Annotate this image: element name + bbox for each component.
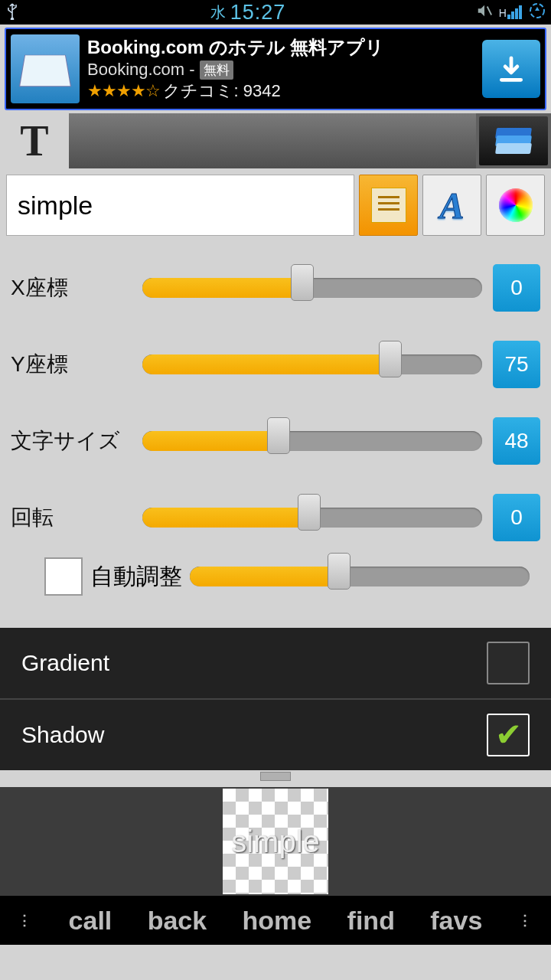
text-tool-button[interactable]: T bbox=[0, 113, 69, 168]
slider-row-rotate: 回転 0 bbox=[11, 479, 540, 556]
shadow-row[interactable]: Shadow ✔ bbox=[0, 700, 551, 770]
slider-label-y: Y座標 bbox=[11, 350, 132, 379]
slider-label-size: 文字サイズ bbox=[11, 426, 132, 456]
shadow-label: Shadow bbox=[21, 722, 104, 748]
nav-home[interactable]: home bbox=[243, 906, 312, 936]
layers-icon bbox=[496, 128, 531, 154]
slider-value-rotate[interactable]: 0 bbox=[493, 494, 540, 541]
slider-label-auto: 自動調整 bbox=[90, 561, 182, 593]
gradient-checkbox[interactable] bbox=[487, 642, 530, 684]
slider-size[interactable] bbox=[142, 426, 482, 456]
slider-value-y[interactable]: 75 bbox=[493, 341, 540, 388]
color-button[interactable] bbox=[486, 175, 545, 236]
check-icon: ✔ bbox=[495, 719, 522, 751]
status-day-of-week: 水 bbox=[210, 2, 226, 23]
nav-favs[interactable]: favs bbox=[430, 906, 482, 936]
ad-banner[interactable]: Booking.com のホテル 無料アプリ Booking.com - 無料 … bbox=[5, 28, 546, 110]
drag-handle[interactable] bbox=[0, 770, 551, 787]
nav-back[interactable]: back bbox=[148, 906, 207, 936]
ad-thumbnail bbox=[11, 34, 80, 103]
nav-more-right[interactable]: ⋮ bbox=[518, 912, 533, 929]
preview-strip: simple bbox=[0, 787, 551, 896]
status-clock: 15:27 bbox=[230, 1, 286, 24]
slider-rotate[interactable] bbox=[142, 502, 482, 533]
slider-value-x[interactable]: 0 bbox=[493, 264, 540, 312]
svg-point-0 bbox=[11, 18, 14, 20]
color-wheel-icon bbox=[499, 188, 533, 222]
slider-row-size: 文字サイズ 48 bbox=[11, 403, 540, 479]
effects-panel: Gradient Shadow ✔ bbox=[0, 628, 551, 770]
font-button[interactable]: A bbox=[422, 175, 481, 236]
slider-label-rotate: 回転 bbox=[11, 503, 132, 532]
slider-row-y: Y座標 75 bbox=[11, 326, 540, 403]
font-icon: A bbox=[439, 185, 464, 227]
ad-publisher: Booking.com - bbox=[87, 60, 195, 80]
status-bar: 水 15:27 H bbox=[0, 0, 551, 24]
text-input[interactable] bbox=[6, 175, 354, 236]
text-tool-icon: T bbox=[20, 116, 48, 165]
shadow-checkbox[interactable]: ✔ bbox=[487, 714, 530, 756]
slider-label-x: X座標 bbox=[11, 273, 132, 302]
gradient-row[interactable]: Gradient bbox=[0, 628, 551, 700]
slider-y[interactable] bbox=[142, 349, 482, 380]
usb-icon bbox=[5, 2, 20, 24]
ad-download-button[interactable] bbox=[482, 40, 540, 98]
slider-panel: X座標 0 Y座標 75 文字サイズ 48 回転 0 自動調整 bbox=[0, 242, 551, 628]
nav-find[interactable]: find bbox=[347, 906, 395, 936]
svg-line-1 bbox=[487, 6, 492, 15]
layers-button[interactable] bbox=[479, 116, 548, 165]
auto-adjust-checkbox[interactable] bbox=[44, 557, 83, 596]
preview-canvas[interactable]: simple bbox=[223, 789, 328, 894]
slider-auto[interactable] bbox=[190, 561, 530, 592]
gradient-label: Gradient bbox=[21, 650, 109, 676]
slider-value-size[interactable]: 48 bbox=[493, 417, 540, 465]
toolbar: T bbox=[0, 113, 551, 168]
mobile-icon: H bbox=[499, 5, 522, 19]
ad-title: Booking.com のホテル 無料アプリ bbox=[87, 35, 474, 60]
slider-x[interactable] bbox=[142, 273, 482, 303]
mute-icon bbox=[476, 2, 493, 23]
nav-call[interactable]: call bbox=[69, 906, 112, 936]
align-button[interactable] bbox=[359, 175, 418, 236]
ad-stars: ★★★★☆ bbox=[87, 81, 160, 100]
slider-row-x: X座標 0 bbox=[11, 250, 540, 326]
slider-row-auto: 自動調整 bbox=[11, 556, 540, 612]
bottom-navbar: ⋮ call back home find favs ⋮ bbox=[0, 896, 551, 945]
sync-icon bbox=[528, 2, 546, 24]
ad-reviews: クチコミ: 9342 bbox=[163, 81, 280, 100]
preview-text: simple bbox=[231, 825, 320, 859]
ad-free-badge: 無料 bbox=[200, 60, 233, 80]
align-icon bbox=[371, 188, 406, 223]
text-input-row: A bbox=[0, 168, 551, 242]
nav-more[interactable]: ⋮ bbox=[18, 912, 33, 929]
